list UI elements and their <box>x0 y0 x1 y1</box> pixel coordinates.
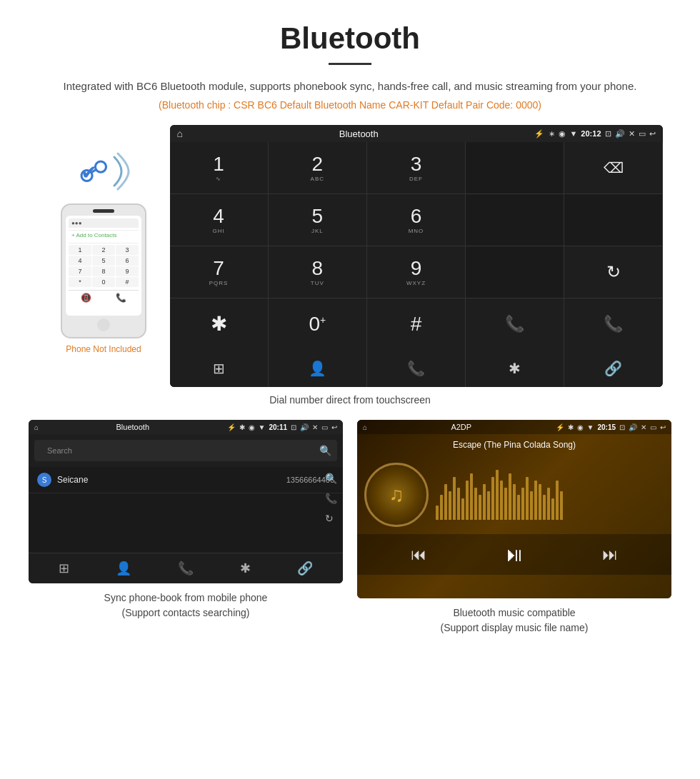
phonebook-item: ⌂ Bluetooth ⚡ ✱ ◉ ▼ 20:11 ⊡ 🔊 ✕ ▭ ↩ Sear… <box>29 420 343 635</box>
pb-time: 20:11 <box>269 423 287 431</box>
music-play-icon[interactable]: ⏯ <box>504 543 524 566</box>
dial-key-6[interactable]: 6 MNO <box>367 194 465 246</box>
dial-key-1[interactable]: 1 ∿ <box>170 142 268 194</box>
music-controls: ⏮ ⏯ ⏭ <box>357 534 671 575</box>
pb-search-input[interactable]: Search <box>40 443 315 458</box>
pb-phone-side-icon[interactable]: 📞 <box>325 493 337 504</box>
dial-key-5[interactable]: 5 JKL <box>269 194 366 246</box>
music-x-icon: ✕ <box>641 423 646 431</box>
dial-caption: Dial number direct from touchscreen <box>0 394 700 406</box>
pb-title: Bluetooth <box>42 423 223 431</box>
music-title: A2DP <box>371 423 551 431</box>
bluetooth-signal-illustration: ✔ ☍ <box>75 146 132 196</box>
dial-key-8[interactable]: 8 TUV <box>269 246 366 298</box>
music-win-icon: ▭ <box>650 423 656 431</box>
home-icon: ⌂ <box>177 128 183 139</box>
dial-call-green[interactable]: 📞 <box>466 298 564 350</box>
bluetooth-icon: ✔ <box>81 161 97 184</box>
back-icon: ↩ <box>649 129 656 139</box>
pb-home-icon: ⌂ <box>34 423 39 431</box>
music-usb-icon: ⚡ <box>556 423 564 431</box>
title-underline <box>329 63 371 65</box>
visualizer-bar <box>521 488 524 520</box>
pb-bottom-contacts[interactable]: 👤 <box>116 561 131 576</box>
dial-key-2[interactable]: 2 ABC <box>269 142 366 194</box>
dial-key-3[interactable]: 3 DEF <box>367 142 465 194</box>
visualizer-bar <box>551 498 554 520</box>
pb-sig-icon: ▼ <box>259 423 266 431</box>
dial-cell-empty-2 <box>466 194 564 246</box>
phonebook-screen: ⌂ Bluetooth ⚡ ✱ ◉ ▼ 20:11 ⊡ 🔊 ✕ ▭ ↩ Sear… <box>29 420 343 583</box>
dial-redial[interactable]: ↻ <box>564 246 662 298</box>
dial-key-9[interactable]: 9 WXYZ <box>367 246 465 298</box>
phone-bottom-bar: 📵 📞 <box>69 290 139 303</box>
visualizer-bar <box>436 506 439 520</box>
music-next-icon[interactable]: ⏭ <box>602 546 618 564</box>
music-back-icon: ↩ <box>660 423 666 431</box>
dial-android-screen: ⌂ Bluetooth ⚡ ∗ ◉ ▼ 20:12 ⊡ 🔊 ✕ ▭ ↩ 1 ∿ <box>170 125 663 387</box>
phone-home-button <box>97 318 110 331</box>
usb-icon: ⚡ <box>534 129 544 139</box>
bottom-apps-icon[interactable]: ⊞ <box>170 350 268 387</box>
dial-key-7[interactable]: 7 PQRS <box>170 246 268 298</box>
dial-bottom-bar: ⊞ 👤 📞 ✱ 🔗 <box>170 350 663 387</box>
dial-key-star[interactable]: ✱ <box>170 298 268 350</box>
dialpad-grid: 1 ∿ 2 ABC 3 DEF ⌫ 4 GHI 5 JKL <box>170 142 663 350</box>
music-vol-icon: 🔊 <box>629 423 637 431</box>
visualizer-bar <box>530 491 533 520</box>
dial-end-red[interactable]: 📞 <box>564 298 662 350</box>
dial-cell-empty-3 <box>564 194 662 246</box>
visualizer-bar <box>539 484 541 520</box>
visualizer-bar <box>496 470 499 520</box>
add-contact-label: + Add to Contacts <box>69 230 139 240</box>
visualizer-bar <box>500 481 503 520</box>
bottom-bluetooth-icon[interactable]: ✱ <box>466 350 564 387</box>
music-sig-icon: ▼ <box>587 423 594 431</box>
music-statusbar: ⌂ A2DP ⚡ ✱ ◉ ▼ 20:15 ⊡ 🔊 ✕ ▭ ↩ <box>357 420 671 434</box>
music-content: ♫ <box>357 456 671 534</box>
visualizer-bar <box>449 491 451 520</box>
dial-backspace[interactable]: ⌫ <box>564 142 662 194</box>
pb-bottom-link[interactable]: 🔗 <box>297 561 313 576</box>
pb-search-side-icon[interactable]: 🔍 <box>325 473 337 484</box>
music-prev-icon[interactable]: ⏮ <box>411 546 426 564</box>
dial-key-4[interactable]: 4 GHI <box>170 194 268 246</box>
pb-bottom-apps[interactable]: ⊞ <box>59 561 69 576</box>
pb-bottom-bt[interactable]: ✱ <box>240 561 251 576</box>
volume-icon: 🔊 <box>615 129 625 139</box>
visualizer-bar <box>474 488 477 520</box>
visualizer-bar <box>534 481 537 520</box>
phone-screen-header: ●●● <box>69 218 139 228</box>
pb-win-icon: ▭ <box>321 423 328 431</box>
pb-refresh-side-icon[interactable]: ↻ <box>325 513 337 524</box>
pb-usb-icon: ⚡ <box>227 423 236 431</box>
pb-vol-icon: 🔊 <box>300 423 309 431</box>
pb-statusbar: ⌂ Bluetooth ⚡ ✱ ◉ ▼ 20:11 ⊡ 🔊 ✕ ▭ ↩ <box>29 420 343 434</box>
bottom-contacts-icon[interactable]: 👤 <box>269 350 366 387</box>
window-icon: ▭ <box>639 129 646 139</box>
dial-key-hash[interactable]: # <box>367 298 465 350</box>
dial-cell-empty-4 <box>466 246 564 298</box>
visualizer-bar <box>479 495 481 520</box>
lower-section: ⌂ Bluetooth ⚡ ✱ ◉ ▼ 20:11 ⊡ 🔊 ✕ ▭ ↩ Sear… <box>0 420 700 635</box>
pb-search-row: Search 🔍 <box>29 434 343 467</box>
contact-name: Seicane <box>57 475 281 485</box>
visualizer-bar <box>453 477 456 520</box>
visualizer-bar <box>461 498 464 520</box>
pb-right-icons: 🔍 📞 ↻ <box>325 473 337 524</box>
pb-bottom-bar: ⊞ 👤 📞 ✱ 🔗 <box>29 553 343 583</box>
dial-key-0[interactable]: 0+ <box>269 298 366 350</box>
bottom-phone-icon[interactable]: 📞 <box>367 350 465 387</box>
music-bt-center-icon: ♫ <box>389 483 404 506</box>
pb-x-icon: ✕ <box>312 423 318 431</box>
music-album-art: ♫ <box>364 463 429 527</box>
visualizer-bar <box>470 473 473 520</box>
visualizer-bar <box>513 484 516 520</box>
bottom-link-icon[interactable]: 🔗 <box>564 350 662 387</box>
pb-bottom-phone[interactable]: 📞 <box>178 561 194 576</box>
close-icon: ✕ <box>629 129 635 139</box>
visualizer-bar <box>487 491 490 520</box>
pb-loc-icon: ◉ <box>249 423 255 431</box>
visualizer-bar <box>444 484 447 520</box>
pb-contact-row[interactable]: S Seicane 13566664466 <box>29 467 343 493</box>
